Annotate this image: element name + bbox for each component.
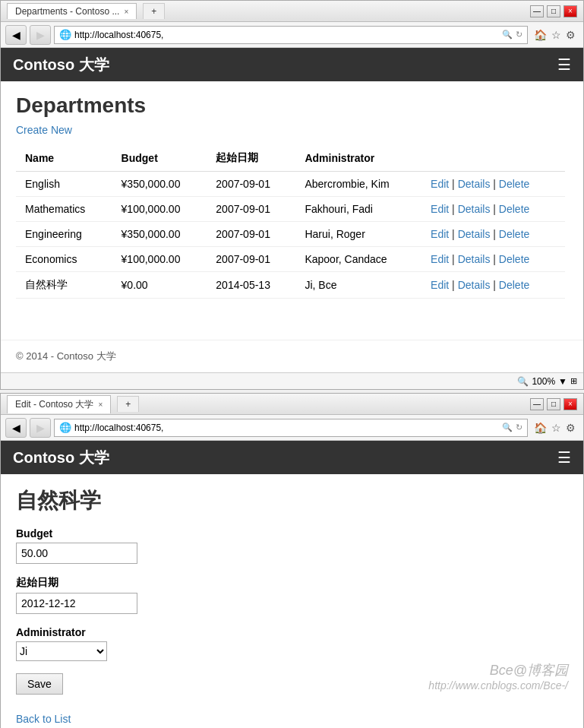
edit-link[interactable]: Edit bbox=[431, 228, 449, 240]
delete-link[interactable]: Delete bbox=[499, 253, 529, 265]
back-btn-2[interactable]: ◀ bbox=[5, 418, 27, 438]
details-link[interactable]: Details bbox=[458, 253, 491, 265]
col-date: 起始日期 bbox=[207, 145, 295, 172]
cell-admin: Fakhouri, Fadi bbox=[295, 197, 421, 222]
sep1: | bbox=[452, 178, 458, 190]
fit-icon-1: ⊞ bbox=[570, 376, 577, 386]
cell-date: 2007-09-01 bbox=[207, 197, 295, 222]
cell-budget: ¥350,000.00 bbox=[112, 172, 207, 197]
forward-btn-2[interactable]: ▶ bbox=[30, 418, 51, 438]
details-link[interactable]: Details bbox=[458, 228, 491, 240]
tab-close-2[interactable]: × bbox=[98, 400, 103, 409]
forward-icon-1: ▶ bbox=[36, 29, 45, 41]
back-btn-1[interactable]: ◀ bbox=[5, 25, 27, 45]
title-bar-title-1: Departments - Contoso ... × + bbox=[7, 3, 165, 19]
back-to-list-link[interactable]: Back to List bbox=[16, 713, 71, 725]
browser-icons-2: 🏠 ☆ ⚙ bbox=[531, 422, 579, 434]
browser-tab-1[interactable]: Departments - Contoso ... × bbox=[7, 3, 137, 19]
tab-close-1[interactable]: × bbox=[124, 8, 128, 16]
edit-link[interactable]: Edit bbox=[431, 253, 449, 265]
close-btn-2[interactable]: × bbox=[563, 398, 577, 410]
edit-link[interactable]: Edit bbox=[431, 178, 449, 190]
new-tab-2[interactable]: + bbox=[117, 396, 139, 412]
table-row: English ¥350,000.00 2007-09-01 Abercromb… bbox=[16, 172, 565, 197]
address-input-1[interactable]: 🌐 🔍 ↻ bbox=[54, 26, 528, 44]
refresh-icon-1[interactable]: ↻ bbox=[516, 30, 522, 40]
refresh-icon-2[interactable]: ↻ bbox=[516, 423, 522, 432]
edit-link[interactable]: Edit bbox=[431, 203, 449, 215]
back-icon-1: ◀ bbox=[12, 29, 21, 41]
details-link[interactable]: Details bbox=[458, 203, 491, 215]
favicon-icon-1: 🌐 bbox=[59, 29, 71, 40]
cell-name: 自然科学 bbox=[16, 272, 112, 299]
address-input-2[interactable]: 🌐 🔍 ↻ bbox=[54, 419, 528, 437]
title-bar-title-2: Edit - Contoso 大学 × + bbox=[7, 395, 139, 413]
departments-table: Name Budget 起始日期 Administrator English ¥… bbox=[16, 145, 565, 299]
minimize-btn-1[interactable]: — bbox=[530, 5, 544, 17]
date-input[interactable] bbox=[16, 593, 137, 614]
sep1: | bbox=[452, 253, 458, 265]
cell-admin: Ji, Bce bbox=[295, 272, 421, 299]
address-bar-2: ◀ ▶ 🌐 🔍 ↻ 🏠 ☆ ⚙ bbox=[1, 415, 583, 441]
admin-group: Administrator JiAbercrombieFakhouriHarui… bbox=[16, 626, 568, 661]
save-button[interactable]: Save bbox=[16, 673, 63, 695]
zoom-bar-1: 🔍 100% ▼ ⊞ bbox=[1, 372, 583, 389]
site-title-2: Contoso 大学 bbox=[13, 448, 109, 468]
edit-page-title: 自然科学 bbox=[16, 486, 568, 515]
title-bar-1: Departments - Contoso ... × + — □ × bbox=[1, 1, 583, 22]
home-icon-1[interactable]: 🏠 bbox=[534, 29, 547, 41]
cell-name: Economics bbox=[16, 247, 112, 272]
delete-link[interactable]: Delete bbox=[499, 203, 529, 215]
watermark-line1: Bce@博客园 bbox=[428, 661, 568, 679]
tab-label-2: Edit - Contoso 大学 bbox=[15, 398, 93, 411]
delete-link[interactable]: Delete bbox=[499, 228, 529, 240]
table-row: Economics ¥100,000.00 2007-09-01 Kapoor,… bbox=[16, 247, 565, 272]
edit-link[interactable]: Edit bbox=[431, 279, 449, 291]
url-field-1[interactable] bbox=[74, 30, 499, 40]
star-icon-2[interactable]: ☆ bbox=[551, 422, 561, 434]
details-link[interactable]: Details bbox=[458, 279, 491, 291]
cell-name: Engineering bbox=[16, 222, 112, 247]
url-field-2[interactable] bbox=[74, 423, 499, 433]
zoom-icon-1: 🔍 bbox=[517, 376, 529, 387]
create-new-link[interactable]: Create New bbox=[16, 124, 72, 136]
cell-budget: ¥350,000.00 bbox=[112, 222, 207, 247]
col-name: Name bbox=[16, 145, 112, 172]
delete-link[interactable]: Delete bbox=[499, 178, 529, 190]
close-btn-1[interactable]: × bbox=[563, 5, 577, 17]
zoom-dropdown-1[interactable]: ▼ bbox=[558, 376, 567, 387]
budget-input[interactable] bbox=[16, 543, 137, 564]
star-icon-1[interactable]: ☆ bbox=[551, 29, 561, 41]
maximize-btn-1[interactable]: □ bbox=[547, 5, 560, 17]
settings-icon-2[interactable]: ⚙ bbox=[566, 422, 576, 434]
minimize-btn-2[interactable]: — bbox=[530, 398, 544, 410]
hamburger-icon-2[interactable]: ☰ bbox=[557, 448, 571, 467]
favicon-icon-2: 🌐 bbox=[59, 422, 71, 433]
admin-select[interactable]: JiAbercrombieFakhouriHaruiKapoor bbox=[16, 641, 107, 661]
hamburger-icon-1[interactable]: ☰ bbox=[557, 55, 571, 74]
sep2: | bbox=[493, 178, 499, 190]
home-icon-2[interactable]: 🏠 bbox=[534, 422, 547, 434]
cell-actions: Edit | Details | Delete bbox=[421, 272, 565, 299]
new-tab-1[interactable]: + bbox=[143, 3, 165, 19]
page-title-1: Departments bbox=[16, 93, 565, 118]
settings-icon-1[interactable]: ⚙ bbox=[566, 29, 576, 41]
cell-actions: Edit | Details | Delete bbox=[421, 247, 565, 272]
window-departments: Departments - Contoso ... × + — □ × ◀ ▶ … bbox=[0, 0, 584, 390]
maximize-btn-2[interactable]: □ bbox=[547, 398, 560, 410]
cell-name: Mathematics bbox=[16, 197, 112, 222]
details-link[interactable]: Details bbox=[458, 178, 491, 190]
cell-date: 2007-09-01 bbox=[207, 172, 295, 197]
cell-admin: Abercrombie, Kim bbox=[295, 172, 421, 197]
zoom-level-1: 100% bbox=[532, 376, 555, 387]
sep1: | bbox=[452, 279, 458, 291]
title-bar-2: Edit - Contoso 大学 × + — □ × bbox=[1, 394, 583, 415]
browser-tab-2[interactable]: Edit - Contoso 大学 × bbox=[7, 395, 111, 413]
watermark: Bce@博客园 http://www.cnblogs.com/Bce-/ bbox=[428, 661, 568, 692]
cell-budget: ¥100,000.00 bbox=[112, 247, 207, 272]
delete-link[interactable]: Delete bbox=[499, 279, 529, 291]
forward-btn-1[interactable]: ▶ bbox=[30, 25, 51, 45]
sep2: | bbox=[493, 228, 499, 240]
window-controls-1: — □ × bbox=[530, 5, 577, 17]
address-bar-1: ◀ ▶ 🌐 🔍 ↻ 🏠 ☆ ⚙ bbox=[1, 22, 583, 48]
